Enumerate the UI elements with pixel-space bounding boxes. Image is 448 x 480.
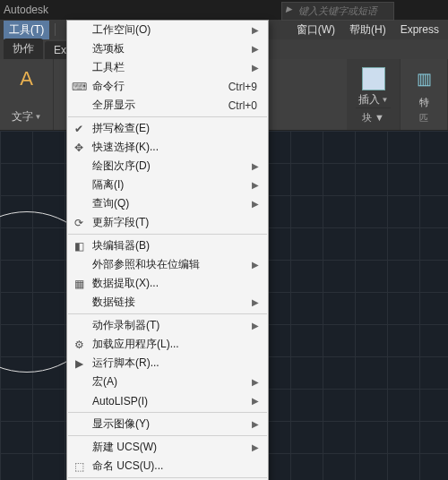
menu-item[interactable]: AutoLISP(I)▶ [67,391,268,410]
chevron-down-icon: ▼ [35,113,42,121]
insert-label: 插入▼ [358,92,389,107]
ribbon-insert-panel[interactable]: 插入▼ 块 ▼ [347,59,401,130]
menu-label: 加载应用程序(L)... [92,337,179,352]
menu-icon: ⟳ [72,217,86,229]
submenu-arrow-icon: ▶ [252,419,261,429]
text-label: 文字▼ [12,109,42,124]
tools-dropdown: 工作空间(O)▶选项板▶工具栏▶⌨命令行Ctrl+9全屏显示Ctrl+0✔拼写检… [66,20,269,480]
menu-label: 动作录制器(T) [92,318,159,333]
menu-icon: ⌨ [72,81,86,93]
ribbon-feature-panel[interactable]: ▥ 特 匹 [401,59,448,130]
submenu-arrow-icon: ▶ [252,442,261,452]
menu-item[interactable]: 工具栏▶ [67,58,268,77]
menu-tools[interactable]: 工具(T) [4,21,49,39]
menu-separator [68,234,267,235]
menu-help[interactable]: 帮助(H) [344,21,392,39]
menu-label: 拼写检查(E) [92,121,150,136]
menu-express[interactable]: Express [395,21,444,38]
menu-label: 选项板 [92,41,125,56]
submenu-arrow-icon: ▶ [252,63,261,73]
menu-label: 命令行 [92,79,125,94]
menu-label: 数据提取(X)... [92,276,159,291]
menu-item[interactable]: 外部参照和块在位编辑▶ [67,255,268,274]
menu-item[interactable]: ▶运行脚本(R)... [67,354,268,373]
menu-label: 隔离(I) [92,177,124,193]
menu-icon: ◧ [72,240,86,253]
submenu-arrow-icon: ▶ [252,199,261,209]
menu-item[interactable]: ⌨命令行Ctrl+9 [67,77,268,96]
menu-label: 工作空间(O) [92,22,151,38]
menu-label: 数据链接 [92,295,135,310]
menu-label: 工具栏 [92,60,125,75]
menu-item[interactable]: ⟳更新字段(T) [67,213,268,232]
menu-label: 新建 UCS(W) [92,440,157,455]
menu-shortcut: Ctrl+0 [228,99,261,112]
submenu-arrow-icon: ▶ [252,321,261,330]
chevron-down-icon: ▼ [382,96,389,104]
menu-item[interactable]: ▦数据提取(X)... [67,274,268,293]
menu-label: 显示图像(Y) [92,416,150,432]
ribbon-text-panel[interactable]: A 文字▼ [0,59,54,130]
menu-item[interactable]: 宏(A)▶ [67,373,268,391]
menu-icon: ✔ [72,123,86,135]
menu-shortcut: Ctrl+9 [228,81,261,93]
menu-label: 块编辑器(B) [92,238,150,253]
menu-item[interactable]: ✔拼写检查(E) [67,119,268,138]
menu-label: 全屏显示 [92,98,135,113]
menu-label: 宏(A) [92,374,117,390]
menu-label: 绘图次序(D) [92,159,151,174]
menu-label: 更新字段(T) [92,215,149,230]
menu-separator [68,116,267,117]
submenu-arrow-icon: ▶ [252,297,261,307]
menu-item[interactable]: 隔离(I)▶ [67,176,268,194]
product-name: Autodesk [4,4,48,16]
menu-label: 运行脚本(R)... [92,356,159,371]
tab-collab[interactable]: 协作 [4,39,43,59]
menu-separator [68,412,267,413]
submenu-arrow-icon: ▶ [252,161,261,171]
menu-item[interactable]: 动作录制器(T)▶ [67,316,268,335]
menu-item[interactable]: 显示图像(Y)▶ [67,415,268,433]
menu-item[interactable]: 查询(Q)▶ [67,194,268,213]
menu-icon: ▶ [72,357,86,370]
submenu-arrow-icon: ▶ [252,25,261,35]
menu-icon: ⚙ [72,339,86,351]
menu-item[interactable]: ⚙加载应用程序(L)... [67,335,268,354]
feature-sub: 匹 [419,112,428,124]
menu-icon: ✥ [72,141,86,154]
menu-divider [55,23,56,36]
menu-separator [68,435,267,436]
menu-separator [68,313,267,314]
menu-item[interactable]: ⬚命名 UCS(U)... [67,457,268,476]
submenu-arrow-icon: ▶ [252,377,261,387]
submenu-arrow-icon: ▶ [252,260,261,270]
menu-item[interactable]: 选项板▶ [67,39,268,58]
menu-item[interactable]: ✥快速选择(K)... [67,138,268,157]
menu-label: 快速选择(K)... [92,140,159,155]
block-panel-footer[interactable]: 块 ▼ [356,107,391,124]
insert-icon [359,64,388,92]
feature-label: 特 [419,96,429,109]
menu-item[interactable]: 数据链接▶ [67,293,268,312]
match-icon: ▥ [409,64,438,93]
submenu-arrow-icon: ▶ [252,396,261,406]
menu-item[interactable]: 工作空间(O)▶ [67,21,268,39]
submenu-arrow-icon: ▶ [252,180,261,190]
menu-icon: ▦ [72,278,86,290]
menu-item[interactable]: 全屏显示Ctrl+0 [67,96,268,115]
menu-item[interactable]: 新建 UCS(W)▶ [67,438,268,457]
menu-label: 外部参照和块在位编辑 [92,257,200,272]
menu-label: 查询(Q) [92,196,129,211]
search-box[interactable]: 键入关键字或短语 [281,2,394,21]
menu-label: 命名 UCS(U)... [92,459,163,474]
menu-item[interactable]: 绘图次序(D)▶ [67,157,268,176]
text-icon: A [13,64,41,93]
menu-separator [68,477,267,478]
menu-icon: ⬚ [72,460,86,473]
menu-label: AutoLISP(I) [92,395,148,407]
submenu-arrow-icon: ▶ [252,44,261,54]
menu-item[interactable]: ◧块编辑器(B) [67,236,268,255]
menu-window[interactable]: 窗口(W) [291,21,340,39]
